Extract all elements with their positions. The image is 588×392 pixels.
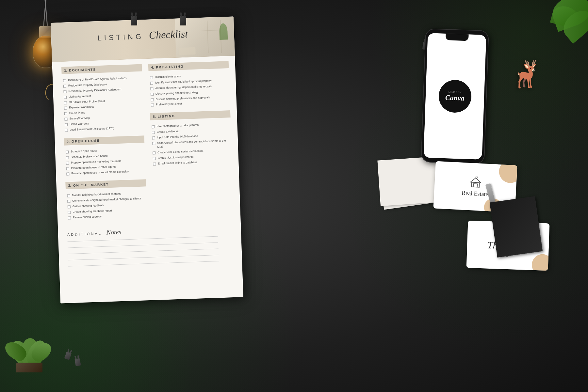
checkbox[interactable] — [150, 76, 153, 79]
binder-clip-1 — [65, 352, 71, 359]
section-title-listing: LISTING — [157, 114, 175, 118]
section-title-prelisting: PRE-LISTING — [156, 64, 184, 69]
section-title-documents: DOCUMENTS — [69, 68, 96, 72]
additional-notes-section: ADDITIONAL Notes — [58, 221, 242, 276]
checkbox[interactable] — [153, 157, 156, 160]
notes-label-1: ADDITIONAL — [67, 231, 102, 237]
checkbox[interactable] — [67, 195, 70, 197]
section-title-openhouse: OPEN HOUSE — [72, 139, 100, 143]
section-num-1: 1. — [64, 68, 67, 72]
checkbox[interactable] — [151, 93, 154, 96]
list-item: Email market listing to database — [152, 159, 232, 166]
checkbox[interactable] — [65, 123, 68, 126]
checkbox[interactable] — [64, 112, 67, 115]
checkbox[interactable] — [153, 163, 156, 165]
checkbox[interactable] — [66, 162, 69, 165]
doc-title-checklist: Checklist — [149, 28, 188, 41]
phone-notch — [445, 34, 468, 41]
checkbox[interactable] — [64, 101, 67, 104]
checkbox[interactable] — [63, 90, 66, 93]
dark-notebook — [490, 196, 543, 258]
checkbox[interactable] — [63, 79, 66, 82]
checkbox[interactable] — [66, 150, 69, 153]
checkbox[interactable] — [64, 107, 67, 110]
checkbox[interactable] — [152, 131, 155, 134]
checklist-document: LISTING Checklist 1. DOCUMENTS Disclosur… — [51, 16, 243, 303]
checkbox[interactable] — [64, 96, 67, 99]
section-header-prelisting: 4. PRE-LISTING — [148, 61, 229, 71]
doc-col-right: 4. PRE-LISTING Discuss clients goals Ide… — [148, 61, 234, 218]
checkbox[interactable] — [152, 136, 155, 139]
doc-binder-clip-2 — [180, 16, 186, 25]
list-item: Scan/Upload disclosures and contract doc… — [151, 139, 232, 149]
canva-logo-text: Canva — [445, 93, 465, 102]
canva-badge: MADE IN Canva — [438, 79, 472, 113]
checkbox[interactable] — [68, 211, 71, 214]
checkbox[interactable] — [64, 118, 67, 121]
svg-rect-0 — [471, 182, 480, 187]
notes-lines — [68, 236, 236, 267]
doc-title-listing: LISTING — [97, 32, 144, 42]
checkbox[interactable] — [153, 151, 155, 154]
plant-top-right — [526, 0, 588, 55]
checkbox[interactable] — [68, 205, 71, 208]
tape-1 — [137, 48, 153, 56]
checkbox[interactable] — [65, 129, 68, 132]
section-header-documents: 1. DOCUMENTS — [61, 64, 142, 74]
checkbox[interactable] — [151, 104, 154, 107]
doc-body: 1. DOCUMENTS Disclosure of Real Estate A… — [52, 55, 240, 227]
checkbox[interactable] — [150, 87, 153, 90]
checkbox[interactable] — [152, 142, 155, 145]
bc-real-estate-title: Real Estate — [462, 190, 488, 198]
house-plans-text: House Plans — [69, 111, 85, 116]
additional-notes-title: ADDITIONAL Notes — [67, 224, 234, 238]
checkbox[interactable] — [63, 85, 66, 87]
binder-clip-2 — [75, 359, 80, 366]
checkbox[interactable] — [67, 200, 70, 203]
checkbox[interactable] — [66, 156, 69, 159]
checkbox[interactable] — [66, 167, 69, 170]
doc-col-left: 1. DOCUMENTS Disclosure of Real Estate A… — [61, 64, 147, 221]
house-icon — [469, 176, 482, 189]
notes-label-2: Notes — [106, 228, 121, 236]
checkbox[interactable] — [152, 125, 155, 128]
section-num-5: 5. — [153, 115, 156, 118]
bc2-circle — [531, 254, 550, 271]
checkbox[interactable] — [66, 173, 69, 176]
list-item: Review pricing strategy — [67, 213, 147, 220]
phone-device: MADE IN Canva — [421, 28, 489, 165]
home-warranty-text: Home Warranty — [70, 122, 89, 126]
checkbox[interactable] — [68, 216, 71, 219]
section-num-2: 2. — [67, 140, 70, 144]
checkbox[interactable] — [150, 82, 153, 85]
section-title-onmarket: ON THE MARKET — [73, 182, 109, 187]
section-num-3: 3. — [68, 184, 71, 188]
svg-rect-1 — [473, 184, 478, 187]
doc-binder-clip-1 — [131, 16, 137, 25]
checkbox[interactable] — [151, 98, 154, 101]
succulent-plant — [0, 307, 72, 372]
deer-figurine: 🦌 — [510, 59, 542, 89]
section-num-4: 4. — [151, 65, 154, 69]
tape-2 — [179, 47, 195, 55]
phone-screen: MADE IN Canva — [423, 33, 486, 160]
